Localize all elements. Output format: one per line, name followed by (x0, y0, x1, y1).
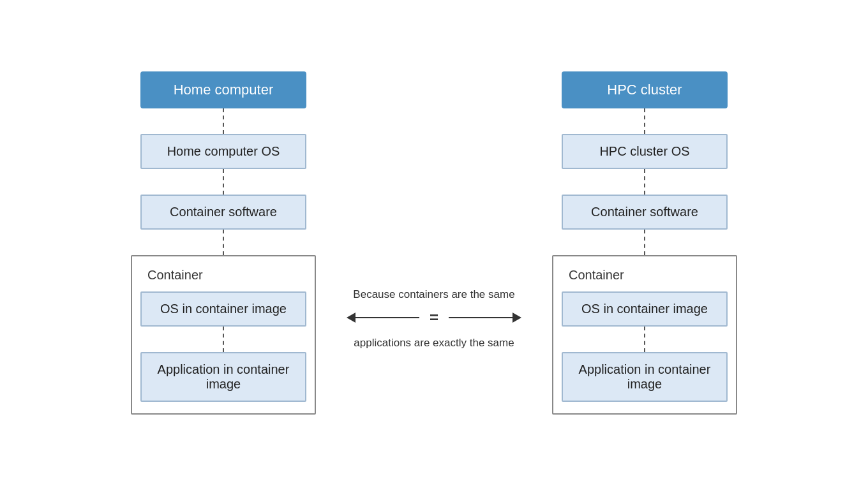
left-container-label: Container (147, 268, 203, 283)
right-line (449, 317, 513, 318)
home-computer-box: Home computer (140, 71, 306, 108)
right-column: HPC cluster HPC cluster OS Container sof… (542, 71, 747, 415)
right-connector-2 (644, 169, 645, 195)
equals-sign: = (430, 309, 438, 327)
connector-1 (223, 108, 224, 134)
left-container-software-box: Container software (140, 195, 306, 230)
hpc-os-box: HPC cluster OS (562, 134, 728, 169)
connector-4 (223, 327, 224, 352)
middle-top-text: Because containers are the same (353, 288, 514, 301)
right-app-image-label: Application in container image (579, 362, 711, 391)
arrowhead-right-icon (513, 313, 521, 323)
right-connector-3 (644, 230, 645, 255)
right-connector-4 (644, 327, 645, 352)
left-container-software-label: Container software (170, 205, 277, 219)
left-container-box: Container OS in container image Applicat… (131, 255, 316, 415)
home-os-box: Home computer OS (140, 134, 306, 169)
connector-2 (223, 169, 224, 195)
left-app-image-box: Application in container image (140, 352, 306, 402)
right-os-image-label: OS in container image (581, 302, 708, 316)
middle-bottom-text: applications are exactly the same (354, 337, 514, 350)
left-arrow (347, 313, 419, 323)
left-app-image-label: Application in container image (158, 362, 290, 391)
home-computer-label: Home computer (174, 82, 274, 98)
right-app-image-box: Application in container image (562, 352, 728, 402)
arrowhead-left-icon (347, 313, 355, 323)
arrow-row: = (347, 309, 521, 327)
right-container-software-box: Container software (562, 195, 728, 230)
connector-3 (223, 230, 224, 255)
right-container-label: Container (569, 268, 624, 283)
diagram: Home computer Home computer OS Container… (0, 52, 868, 434)
hpc-cluster-box: HPC cluster (562, 71, 728, 108)
left-os-image-label: OS in container image (160, 302, 287, 316)
right-container-software-label: Container software (591, 205, 698, 219)
right-connector-1 (644, 108, 645, 134)
left-line (355, 317, 419, 318)
left-os-image-box: OS in container image (140, 291, 306, 327)
left-column: Home computer Home computer OS Container… (121, 71, 326, 415)
hpc-cluster-label: HPC cluster (607, 82, 682, 98)
hpc-os-label: HPC cluster OS (599, 144, 689, 158)
home-os-label: Home computer OS (167, 144, 280, 158)
right-container-box: Container OS in container image Applicat… (552, 255, 737, 415)
right-arrow (449, 313, 521, 323)
right-os-image-box: OS in container image (562, 291, 728, 327)
middle-section: Because containers are the same = applic… (326, 71, 542, 350)
